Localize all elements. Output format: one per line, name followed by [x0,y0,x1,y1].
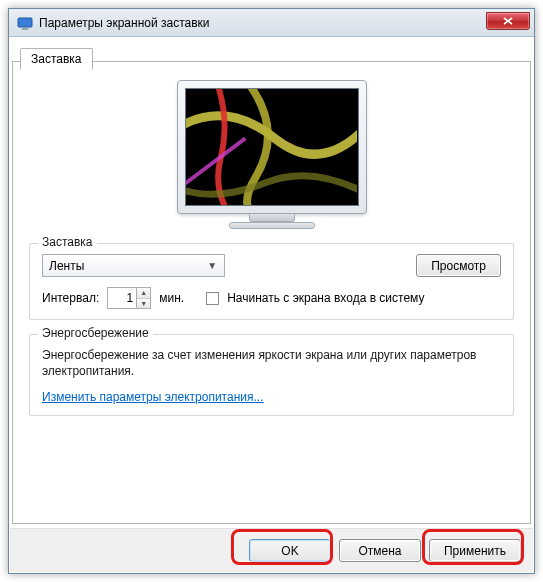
preview-button[interactable]: Просмотр [416,254,501,277]
client-area: Заставка [10,38,533,572]
energy-group: Энергосбережение Энергосбережение за сче… [29,334,514,416]
button-bar: OK Отмена Применить [10,528,533,572]
ok-button[interactable]: OK [249,539,331,562]
app-icon [17,15,33,31]
close-icon [503,17,513,25]
interval-stepper[interactable]: ▲ ▼ [107,287,151,309]
resume-checkbox[interactable] [206,292,219,305]
energy-legend: Энергосбережение [38,326,153,340]
close-button[interactable] [486,12,530,30]
screensaver-selected-value: Ленты [49,259,84,273]
spin-up-icon[interactable]: ▲ [137,288,150,299]
screensaver-group: Заставка Ленты ▼ Просмотр Интервал: ▲ [29,243,514,320]
resume-checkbox-label: Начинать с экрана входа в систему [227,291,424,305]
svg-rect-0 [18,18,32,27]
window-title: Параметры экранной заставки [39,16,486,30]
interval-unit: мин. [159,291,184,305]
spin-down-icon[interactable]: ▼ [137,299,150,309]
power-settings-link[interactable]: Изменить параметры электропитания... [42,390,263,404]
screensaver-select[interactable]: Ленты ▼ [42,254,225,277]
titlebar[interactable]: Параметры экранной заставки [9,9,534,37]
apply-button[interactable]: Применить [429,539,521,562]
cancel-button[interactable]: Отмена [339,539,421,562]
screensaver-legend: Заставка [38,235,97,249]
svg-rect-1 [22,28,28,30]
screensaver-preview [185,88,359,206]
tab-panel: Заставка Ленты ▼ Просмотр Интервал: ▲ [12,61,531,524]
chevron-down-icon: ▼ [204,260,220,271]
interval-input[interactable] [108,288,136,308]
ribbons-icon [186,89,358,206]
tab-screensaver[interactable]: Заставка [20,48,93,70]
energy-text: Энергосбережение за счет изменения яркос… [42,347,501,379]
preview-area [29,80,514,229]
monitor-preview [177,80,367,229]
interval-label: Интервал: [42,291,99,305]
dialog-window: Параметры экранной заставки Заставка [8,8,535,574]
